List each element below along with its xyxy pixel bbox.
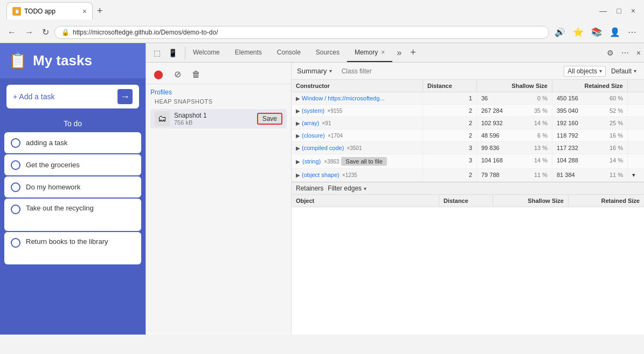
filter-edges-arrow: ▾ xyxy=(364,186,366,192)
rth-retained: Retained Size xyxy=(569,195,644,207)
td-retained: 81 38411 % xyxy=(552,169,628,181)
rth-shallow: Shallow Size xyxy=(493,195,569,207)
more-btn[interactable]: ⋯ xyxy=(625,25,640,39)
settings-icon[interactable]: ⚙ xyxy=(604,46,617,59)
section-label: To do xyxy=(0,115,146,132)
table-row[interactable]: ▶ (closure) ×1704 2 48 5966 % 118 79216 … xyxy=(292,130,644,142)
list-item[interactable]: Do my homework xyxy=(4,176,141,198)
filter-edges-btn[interactable]: Filter edges ▾ xyxy=(328,185,366,192)
th-distance: Distance xyxy=(423,80,477,92)
snapshot-info: Snapshot 1 756 kB xyxy=(174,112,207,126)
checkbox[interactable] xyxy=(11,138,20,148)
tab-memory-close[interactable]: × xyxy=(381,49,385,56)
todo-header: 📋 My tasks xyxy=(0,43,146,78)
list-item[interactable]: Return books to the library xyxy=(4,232,141,264)
lock-icon: 🔒 xyxy=(61,29,70,36)
tab-welcome[interactable]: Welcome xyxy=(185,43,227,62)
device-mode-btn[interactable]: 📱 xyxy=(165,46,181,59)
customize-icon[interactable]: ⋯ xyxy=(618,46,632,59)
maximize-btn[interactable]: □ xyxy=(612,5,625,16)
item-text: Get the groceries xyxy=(26,161,80,169)
tab-close-btn[interactable]: × xyxy=(82,7,87,16)
td-shallow: 48 5966 % xyxy=(477,130,552,141)
snapshot-name: Snapshot 1 xyxy=(174,112,207,119)
profile-btn[interactable]: 👤 xyxy=(606,25,624,39)
table-row[interactable]: ▶ (string) ×3863 Save all to file 3 104 … xyxy=(292,154,644,169)
td-distance: 2 xyxy=(423,117,477,129)
td-shallow: 267 28435 % xyxy=(477,105,552,117)
main-content: 📋 My tasks + Add a task → To do adding a… xyxy=(0,43,644,335)
all-objects-dropdown[interactable]: All objects ▾ xyxy=(564,66,606,77)
item-text: Return books to the library xyxy=(26,237,108,246)
table-row[interactable]: ▶ (compiled code) ×3501 3 99 83613 % 117… xyxy=(292,142,644,154)
snapshot-item[interactable]: 🗂 Snapshot 1 756 kB Save xyxy=(150,109,287,128)
record-btn[interactable]: ⬤ xyxy=(150,67,167,81)
title-bar: 📋 TODO app × + — □ × xyxy=(0,0,644,22)
td-constructor: ▶ (string) ×3863 Save all to file xyxy=(292,154,423,168)
clear-btn[interactable]: ⊘ xyxy=(171,67,184,81)
tab-memory[interactable]: Memory × xyxy=(347,43,392,62)
close-btn[interactable]: × xyxy=(627,5,640,16)
checkbox[interactable] xyxy=(11,182,20,192)
nav-icons: 🔊 ⭐ 📚 👤 ⋯ xyxy=(551,25,640,39)
checkbox[interactable] xyxy=(11,238,20,248)
td-scroll xyxy=(628,142,644,154)
rth-object: Object xyxy=(292,195,439,207)
profiles-label[interactable]: Profiles xyxy=(146,84,291,98)
table-row[interactable]: ▶ Window / https://microsoftedg... 1 360… xyxy=(292,92,644,105)
read-aloud-btn[interactable]: 🔊 xyxy=(551,25,569,39)
snapshot-size: 756 kB xyxy=(174,119,207,126)
forward-btn[interactable]: → xyxy=(22,26,37,38)
td-retained: 395 04052 % xyxy=(552,105,628,117)
table-row[interactable]: ▶ (system) ×9155 2 267 28435 % 395 04052… xyxy=(292,105,644,117)
inspect-element-btn[interactable]: ⬚ xyxy=(150,46,164,59)
retainers-table-header: Object Distance Shallow Size Retained Si… xyxy=(292,195,644,207)
summary-selector[interactable]: Summary ▾ xyxy=(292,67,337,75)
save-all-to-file-btn[interactable]: Save all to file xyxy=(341,157,386,166)
item-text: Take out the recycling xyxy=(26,204,94,212)
td-scroll xyxy=(628,117,644,129)
add-task-icon[interactable]: → xyxy=(117,89,133,104)
list-item[interactable]: Get the groceries xyxy=(4,154,141,175)
favorites-btn[interactable]: ⭐ xyxy=(570,25,587,39)
list-item[interactable]: adding a task xyxy=(4,132,141,153)
filter-right: All objects ▾ Default ▾ xyxy=(559,66,644,77)
memory-main-panel: Summary ▾ All objects ▾ Default ▾ xyxy=(292,63,644,335)
td-shallow: 79 78811 % xyxy=(477,169,552,181)
list-item[interactable]: Take out the recycling xyxy=(4,199,141,231)
close-devtools-btn[interactable]: × xyxy=(633,46,644,59)
active-tab[interactable]: 📋 TODO app × xyxy=(6,2,93,19)
collections-btn[interactable]: 📚 xyxy=(588,25,605,39)
th-retained-size: Retained Size xyxy=(552,80,628,92)
refresh-btn[interactable]: ↻ xyxy=(39,26,52,38)
minimize-btn[interactable]: — xyxy=(595,5,611,16)
td-constructor: ▶ (compiled code) ×3501 xyxy=(292,142,423,154)
table-row[interactable]: ▶ (array) ×91 2 102 93214 % 192 16025 % xyxy=(292,117,644,130)
back-btn[interactable]: ← xyxy=(4,26,19,38)
default-dropdown[interactable]: Default ▾ xyxy=(608,66,640,76)
delete-btn[interactable]: 🗑 xyxy=(189,67,204,81)
snapshot-icon: 🗂 xyxy=(155,111,170,126)
more-tabs-btn[interactable]: » xyxy=(392,48,406,58)
save-snapshot-btn[interactable]: Save xyxy=(257,113,282,125)
class-filter-area[interactable] xyxy=(337,67,560,75)
td-retained: 192 16025 % xyxy=(552,117,628,129)
retainers-label: Retainers xyxy=(296,185,323,192)
tab-console[interactable]: Console xyxy=(269,43,308,62)
tab-elements[interactable]: Elements xyxy=(227,43,269,62)
summary-dropdown-arrow: ▾ xyxy=(329,68,332,74)
address-bar[interactable]: 🔒 https://microsoftedge.github.io/Demos/… xyxy=(54,26,549,39)
new-tab-btn[interactable]: + xyxy=(93,5,107,17)
checkbox[interactable] xyxy=(11,160,20,170)
table-row[interactable]: ▶ (object shape) ×1235 2 79 78811 % 81 3… xyxy=(292,169,644,182)
th-shallow-size: Shallow Size xyxy=(477,80,552,92)
class-filter-input[interactable] xyxy=(342,67,556,75)
add-tab-btn[interactable]: + xyxy=(406,47,420,58)
td-retained: 104 28814 % xyxy=(552,154,628,168)
checkbox[interactable] xyxy=(11,205,20,214)
summary-label: Summary xyxy=(297,67,327,75)
tab-sources[interactable]: Sources xyxy=(308,43,347,62)
th-scroll xyxy=(628,80,644,92)
add-task-bar[interactable]: + Add a task → xyxy=(6,85,139,108)
td-distance: 2 xyxy=(423,105,477,117)
